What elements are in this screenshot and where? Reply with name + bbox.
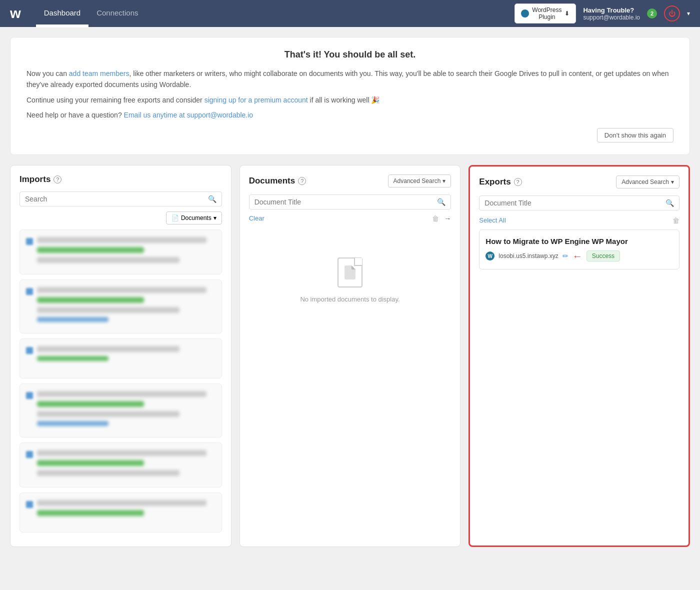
- add-team-link[interactable]: add team members: [69, 70, 130, 78]
- item-text: [37, 346, 180, 352]
- imports-filter-button[interactable]: 📄 Documents ▾: [166, 212, 222, 224]
- imports-header: Imports ?: [20, 174, 222, 184]
- exports-header-right: Advanced Search ▾: [616, 176, 680, 188]
- welcome-title: That's it! You should be all set.: [26, 50, 674, 60]
- nav-dashboard[interactable]: Dashboard: [36, 0, 88, 28]
- import-item: [20, 492, 222, 532]
- welcome-para1: Now you can add team members, like other…: [26, 68, 674, 90]
- export-item: How to Migrate to WP Engine WP Mayor W l…: [479, 230, 680, 270]
- filter-btn-label: Documents: [181, 214, 212, 222]
- nav-links: Dashboard Connections: [36, 0, 146, 28]
- documents-panel: Documents ? Advanced Search ▾ 🔍 Clear 🗑 …: [240, 165, 461, 547]
- email-link[interactable]: Email us anytime at support@wordable.io: [124, 111, 254, 119]
- exports-trash-icon[interactable]: 🗑: [672, 216, 680, 224]
- documents-trash-icon[interactable]: 🗑: [432, 214, 439, 222]
- documents-empty-state: No imported documents to display.: [249, 228, 452, 333]
- red-arrow-indicator: ←: [572, 250, 582, 262]
- welcome-para2: Continue using your remaining free expor…: [26, 94, 674, 106]
- item-detail: [37, 257, 180, 263]
- export-status-badge: Success: [586, 250, 620, 262]
- documents-empty-text: No imported documents to display.: [300, 296, 400, 303]
- item-text: [37, 237, 206, 243]
- export-item-meta: W losobi.us5.instawp.xyz ✏ ← Success: [486, 250, 673, 262]
- filter-chevron-icon: ▾: [214, 214, 216, 222]
- para1-prefix: Now you can: [26, 70, 69, 78]
- exports-search-box: 🔍: [479, 196, 680, 210]
- imports-help-icon[interactable]: ?: [54, 176, 62, 184]
- exports-search-icon[interactable]: 🔍: [666, 199, 674, 207]
- notification-badge[interactable]: 2: [647, 8, 657, 18]
- item-status: [37, 297, 144, 303]
- item-icon: [26, 347, 33, 354]
- advanced-search-chevron-icon: ▾: [442, 178, 446, 184]
- dont-show-button[interactable]: Don't show this again: [597, 128, 674, 142]
- item-icon: [26, 238, 33, 245]
- item-detail: [37, 470, 180, 476]
- exports-help-icon[interactable]: ?: [514, 178, 522, 186]
- documents-title: Documents: [249, 176, 296, 186]
- exports-title: Exports: [479, 177, 510, 187]
- export-site-url: losobi.us5.instawp.xyz: [498, 252, 558, 260]
- exports-header: Exports ? Advanced Search ▾: [479, 176, 680, 188]
- navbar-right: WordPressPlugin ⬇ Having Trouble? suppor…: [514, 4, 690, 24]
- documents-icon-small: 📄: [172, 214, 179, 222]
- documents-help-icon[interactable]: ?: [298, 177, 306, 185]
- documents-arrow-icon[interactable]: →: [444, 214, 451, 222]
- import-item: [20, 338, 222, 378]
- exports-advanced-search-chevron-icon: ▾: [671, 178, 674, 186]
- having-trouble: Having Trouble? support@wordable.io: [583, 6, 640, 21]
- wordpress-icon: [521, 10, 529, 18]
- item-tag: [37, 421, 108, 426]
- item-tag: [37, 317, 108, 322]
- item-status: [37, 401, 144, 407]
- item-detail: [37, 307, 180, 313]
- document-placeholder-icon: [338, 258, 362, 288]
- item-icon: [26, 501, 33, 508]
- documents-header-right: Advanced Search ▾: [388, 174, 452, 188]
- documents-advanced-search-button[interactable]: Advanced Search ▾: [388, 174, 452, 188]
- logo: w: [10, 6, 21, 22]
- premium-link[interactable]: signing up for a premium account: [204, 96, 308, 104]
- download-icon: ⬇: [564, 10, 570, 17]
- item-status: [37, 356, 108, 361]
- main-content: That's it! You should be all set. Now yo…: [0, 27, 700, 557]
- wp-plugin-button[interactable]: WordPressPlugin ⬇: [514, 4, 576, 24]
- exports-select-all-link[interactable]: Select All: [479, 216, 506, 224]
- item-icon: [26, 392, 33, 399]
- export-item-title: How to Migrate to WP Engine WP Mayor: [486, 237, 673, 246]
- chevron-down-icon[interactable]: ▾: [687, 10, 690, 17]
- exports-advanced-search-label: Advanced Search: [622, 178, 669, 186]
- welcome-para3: Need help or have a question? Email us a…: [26, 110, 674, 120]
- import-item: [20, 280, 222, 334]
- logo-letter: w: [10, 6, 21, 22]
- item-status: [37, 510, 144, 516]
- item-detail: [37, 411, 180, 417]
- nav-connections[interactable]: Connections: [88, 0, 146, 28]
- power-icon[interactable]: ⏻: [664, 6, 680, 22]
- imports-filter-row: 📄 Documents ▾: [20, 212, 222, 224]
- import-item: [20, 384, 222, 438]
- export-edit-icon[interactable]: ✏: [562, 252, 568, 260]
- documents-clear-link[interactable]: Clear: [249, 214, 264, 222]
- exports-panel: Exports ? Advanced Search ▾ 🔍 Select All…: [468, 165, 690, 547]
- import-item: [20, 442, 222, 488]
- para2-prefix: Continue using your remaining free expor…: [26, 96, 204, 104]
- exports-advanced-search-button[interactable]: Advanced Search ▾: [616, 176, 680, 188]
- imports-search-icon[interactable]: 🔍: [208, 195, 216, 203]
- imports-search-input[interactable]: [25, 195, 208, 203]
- documents-search-icon[interactable]: 🔍: [437, 198, 446, 206]
- imports-title: Imports: [20, 174, 50, 184]
- exports-search-input[interactable]: [484, 199, 666, 207]
- documents-search-box: 🔍: [249, 194, 452, 210]
- item-text: [37, 450, 206, 456]
- documents-search-input[interactable]: [254, 198, 438, 206]
- imports-search-box: 🔍: [20, 192, 222, 206]
- item-icon: [26, 451, 33, 458]
- item-text: [37, 391, 206, 397]
- welcome-card: That's it! You should be all set. Now yo…: [10, 37, 690, 155]
- item-text: [37, 287, 206, 293]
- item-text: [37, 500, 206, 506]
- exports-select-all-row: Select All 🗑: [479, 216, 680, 226]
- documents-header: Documents ? Advanced Search ▾: [249, 174, 452, 188]
- wp-plugin-label: WordPressPlugin: [532, 6, 562, 20]
